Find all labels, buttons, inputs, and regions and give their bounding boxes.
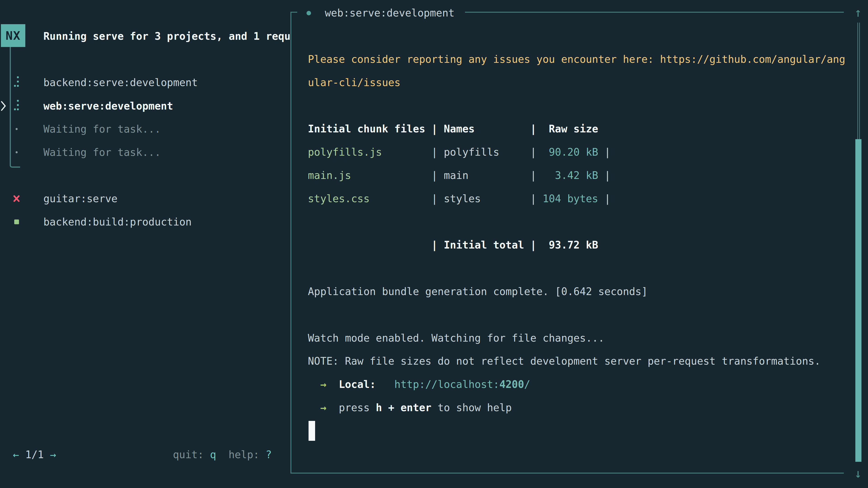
- terminal-text-segment: | styles |: [370, 193, 542, 205]
- task-row[interactable]: web:serve:development: [0, 94, 289, 118]
- task-label: Waiting for task...: [43, 123, 161, 135]
- terminal-text-segment: styles.css: [308, 193, 370, 205]
- terminal-text-segment: Please consider reporting any issues you…: [308, 53, 845, 65]
- task-label: backend:serve:development: [43, 76, 198, 89]
- terminal-line: → press h + enter to show help: [308, 396, 846, 420]
- task-row[interactable]: guitar:serve: [0, 187, 289, 210]
- terminal-text-segment: to show help: [432, 402, 512, 414]
- running-indicator-icon: [307, 11, 311, 15]
- task-pending-dot-icon: [13, 128, 20, 130]
- nx-logo-label: NX: [6, 29, 21, 42]
- terminal-line: [308, 94, 846, 118]
- task-success-square-icon: [13, 220, 20, 224]
- terminal-text-segment: Watch mode enabled. Watching for file ch…: [308, 332, 604, 344]
- task-label: web:serve:development: [43, 100, 173, 112]
- pager-label: [19, 449, 25, 461]
- task-row[interactable]: backend:build:production: [0, 210, 289, 234]
- task-failed-x-icon: [13, 195, 20, 202]
- task-row[interactable]: backend:serve:development: [0, 71, 289, 94]
- terminal-text-segment: NOTE: Raw file sizes do not reflect deve…: [308, 355, 820, 367]
- scrollbar-thumb[interactable]: [855, 139, 862, 462]
- selected-task-chevron-icon: [0, 101, 6, 111]
- terminal-text-segment: ular-cli/issues: [308, 76, 401, 89]
- terminal-line: ular-cli/issues: [308, 71, 846, 94]
- terminal-text-segment: |: [598, 193, 611, 205]
- terminal-text-segment: Initial chunk files | Names | Raw size: [308, 123, 598, 135]
- shortcut-separator: [216, 449, 228, 461]
- nx-tui: NX Running serve for 3 projects, and 1 r…: [0, 0, 868, 488]
- terminal-text-segment: h + enter: [376, 402, 432, 414]
- terminal-text-segment: Local:: [339, 379, 376, 390]
- pager-prev-icon[interactable]: ←: [13, 449, 19, 461]
- terminal-text-segment: Application bundle generation complete. …: [308, 286, 648, 297]
- shortcut-help-label: help:: [228, 449, 266, 461]
- terminal-line: Watch mode enabled. Watching for file ch…: [308, 327, 846, 350]
- nx-logo-badge: NX: [1, 24, 25, 47]
- terminal-text-segment: 4200: [499, 379, 524, 390]
- terminal-text-segment: |: [598, 146, 611, 158]
- terminal-text-segment: | polyfills |: [382, 146, 543, 158]
- terminal-line: Please consider reporting any issues you…: [308, 48, 846, 71]
- task-row[interactable]: Waiting for task...: [0, 140, 289, 164]
- terminal-cursor: [309, 421, 315, 441]
- terminal-line: [308, 210, 846, 234]
- task-spinner-icon: [13, 78, 20, 87]
- terminal-text-segment: 3.42 kB: [542, 169, 598, 182]
- terminal-text-segment: →: [320, 402, 327, 414]
- terminal-line: Application bundle generation complete. …: [308, 280, 846, 303]
- task-spinner-icon: [13, 102, 20, 110]
- terminal-text-segment: 104 bytes: [542, 193, 598, 205]
- scrollbar-track[interactable]: [857, 23, 860, 139]
- terminal-line: main.js | main | 3.42 kB |: [308, 164, 846, 187]
- task-label: backend:build:production: [43, 216, 192, 228]
- task-label: Waiting for task...: [43, 147, 161, 158]
- terminal-line: [308, 303, 846, 327]
- terminal-text-segment: press: [327, 402, 376, 414]
- panel-border-bottom: [290, 473, 844, 474]
- shortcut-help-key[interactable]: ?: [266, 449, 272, 461]
- shortcut-quit-key[interactable]: q: [210, 449, 216, 461]
- terminal-text-segment: |: [598, 169, 611, 182]
- shortcut-quit-label: quit:: [173, 449, 210, 461]
- terminal-text-segment: [308, 402, 320, 414]
- terminal-line: styles.css | styles | 104 bytes |: [308, 187, 846, 210]
- terminal-text-segment: →: [320, 379, 327, 390]
- terminal-text-segment: [308, 379, 320, 390]
- terminal-line: [308, 420, 846, 443]
- task-label: guitar:serve: [43, 193, 118, 205]
- terminal-text-segment: [327, 379, 339, 390]
- terminal-text-segment: polyfills.js: [308, 146, 382, 158]
- panel-border-top-stub: [290, 12, 297, 13]
- terminal-text-segment: /: [524, 379, 530, 390]
- terminal-text-segment: 90.20 kB: [542, 146, 598, 158]
- pager-count: 1/1: [25, 449, 44, 461]
- scroll-down-icon[interactable]: ↓: [852, 468, 864, 480]
- terminal-line: NOTE: Raw file sizes do not reflect deve…: [308, 350, 846, 373]
- terminal-text-segment: | Initial total | 93.72 kB: [308, 239, 598, 251]
- terminal-text-segment: | main |: [351, 169, 542, 182]
- task-pending-dot-icon: [13, 151, 20, 153]
- pager-spacer: [44, 449, 50, 461]
- app-title: Running serve for 3 projects, and 1 requ: [43, 30, 290, 42]
- pager: ← 1/1 →: [13, 449, 56, 461]
- shortcut-bar: quit: q help: ?: [173, 449, 272, 461]
- panel-title: web:serve:development: [325, 7, 455, 19]
- scroll-up-icon[interactable]: ↑: [852, 7, 864, 19]
- panel-border-left: [290, 12, 291, 474]
- panel-border-top: [465, 12, 844, 13]
- terminal-line: [308, 257, 846, 280]
- terminal-line: Initial chunk files | Names | Raw size: [308, 118, 846, 141]
- terminal-text-segment: [376, 379, 395, 390]
- task-row[interactable]: Waiting for task...: [0, 117, 289, 141]
- terminal-text-segment: main.js: [308, 169, 351, 182]
- terminal-line: | Initial total | 93.72 kB: [308, 234, 846, 257]
- terminal-line: polyfills.js | polyfills | 90.20 kB |: [308, 141, 846, 164]
- terminal-line: → Local: http://localhost:4200/: [308, 373, 846, 396]
- terminal-output[interactable]: Please consider reporting any issues you…: [308, 48, 846, 443]
- pager-next-icon[interactable]: →: [50, 449, 56, 461]
- terminal-text-segment: http://localhost:: [395, 379, 500, 390]
